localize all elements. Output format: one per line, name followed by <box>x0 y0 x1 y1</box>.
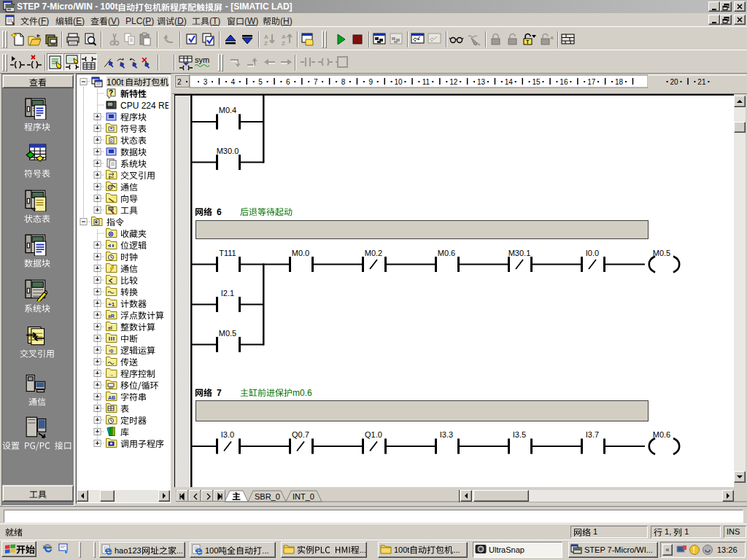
svg-text:¹0: ¹0 <box>109 349 113 354</box>
svg-text:?: ? <box>109 89 113 97</box>
svg-text:7: 7 <box>314 78 318 86</box>
svg-text:I3.5: I3.5 <box>513 430 526 439</box>
svg-text:20: 20 <box>670 78 679 86</box>
svg-text:M0.5: M0.5 <box>219 329 236 338</box>
svg-text:→: → <box>109 372 114 377</box>
svg-text:15: 15 <box>533 78 541 86</box>
svg-text:7: 7 <box>217 388 222 398</box>
svg-text:16: 16 <box>560 78 568 86</box>
svg-text:I3.0: I3.0 <box>221 430 234 439</box>
svg-text:M30.0: M30.0 <box>217 147 239 155</box>
svg-text:100t: 100t <box>107 77 124 88</box>
svg-text:M0.4: M0.4 <box>219 106 236 114</box>
svg-text:M0.5: M0.5 <box>653 249 670 257</box>
svg-text:±I: ±I <box>108 325 112 330</box>
svg-text:12: 12 <box>449 78 458 86</box>
svg-text:13: 13 <box>477 78 486 86</box>
svg-text:M0.6: M0.6 <box>438 249 455 257</box>
svg-text:9: 9 <box>369 78 374 86</box>
svg-text:Z: Z <box>282 40 285 47</box>
svg-text:18: 18 <box>615 78 624 86</box>
svg-text:17: 17 <box>587 78 596 86</box>
svg-text:Q0.7: Q0.7 <box>292 430 309 439</box>
svg-text:I2.1: I2.1 <box>221 289 234 298</box>
svg-text:6: 6 <box>286 78 290 86</box>
svg-text:8: 8 <box>341 78 346 86</box>
svg-text:±R: ±R <box>108 314 115 319</box>
svg-text:M0.0: M0.0 <box>292 249 309 257</box>
svg-text:A: A <box>282 34 286 40</box>
svg-text:!: ! <box>693 546 695 554</box>
svg-text:4: 4 <box>231 78 236 86</box>
svg-text:A: A <box>264 34 268 40</box>
svg-text:M0.6: M0.6 <box>653 430 670 439</box>
svg-text:+1: +1 <box>108 301 115 308</box>
svg-text:10: 10 <box>395 78 403 86</box>
svg-text:INT_0: INT_0 <box>293 492 314 501</box>
svg-text:11: 11 <box>422 78 430 86</box>
svg-text:14: 14 <box>505 78 514 86</box>
svg-text:Z: Z <box>264 40 268 47</box>
svg-text:6: 6 <box>217 207 222 217</box>
svg-text:I3.7: I3.7 <box>586 430 599 439</box>
svg-text:3: 3 <box>204 78 208 86</box>
svg-text:CPU 224 REL: CPU 224 REL <box>120 101 169 111</box>
svg-text:I3.3: I3.3 <box>440 430 453 439</box>
svg-text:I0.0: I0.0 <box>586 249 599 257</box>
svg-text:Q1.0: Q1.0 <box>365 430 382 439</box>
svg-text:M0.2: M0.2 <box>365 249 382 257</box>
svg-text:m0.6: m0.6 <box>293 388 312 398</box>
svg-text:5: 5 <box>258 78 263 86</box>
svg-text:2: 2 <box>177 78 182 86</box>
svg-text:T111: T111 <box>219 249 236 257</box>
svg-text:T: T <box>526 39 530 44</box>
svg-text:SBR_0: SBR_0 <box>255 492 280 501</box>
svg-text:AB: AB <box>108 395 115 400</box>
svg-text:M30.1: M30.1 <box>508 249 531 257</box>
svg-text:21: 21 <box>697 78 706 86</box>
